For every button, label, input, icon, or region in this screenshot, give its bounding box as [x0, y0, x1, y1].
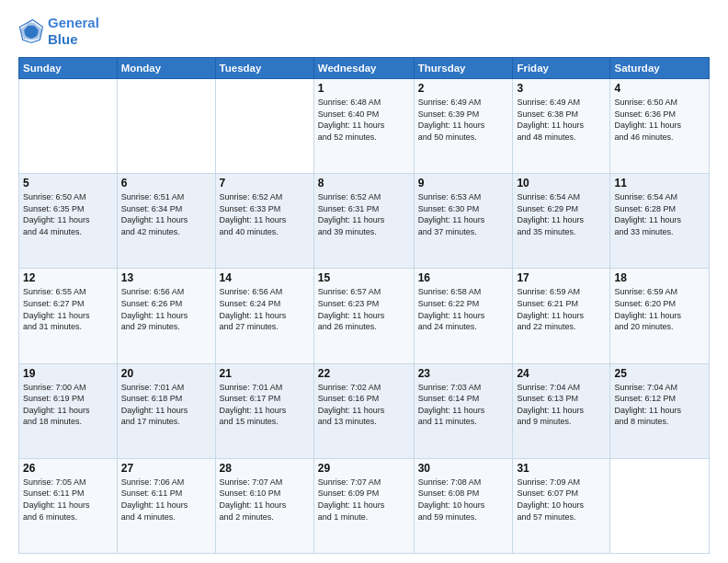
day-number: 9 [418, 177, 509, 190]
weekday-header-friday: Friday [513, 58, 610, 79]
weekday-header-row: SundayMondayTuesdayWednesdayThursdayFrid… [19, 58, 710, 79]
day-cell-31: 31Sunrise: 7:09 AM Sunset: 6:07 PM Dayli… [513, 458, 610, 553]
day-info: Sunrise: 6:54 AM Sunset: 6:28 PM Dayligh… [614, 191, 705, 237]
day-cell-28: 28Sunrise: 7:07 AM Sunset: 6:10 PM Dayli… [215, 458, 313, 553]
day-cell-18: 18Sunrise: 6:59 AM Sunset: 6:20 PM Dayli… [610, 269, 710, 363]
empty-cell [19, 79, 118, 174]
day-info: Sunrise: 6:59 AM Sunset: 6:21 PM Dayligh… [517, 286, 606, 332]
day-info: Sunrise: 6:52 AM Sunset: 6:33 PM Dayligh… [220, 191, 310, 237]
week-row-4: 19Sunrise: 7:00 AM Sunset: 6:19 PM Dayli… [19, 363, 710, 458]
day-number: 4 [614, 82, 705, 95]
empty-cell [215, 79, 313, 174]
day-number: 30 [418, 462, 509, 475]
day-number: 24 [517, 367, 606, 380]
day-info: Sunrise: 6:51 AM Sunset: 6:34 PM Dayligh… [121, 191, 211, 237]
week-row-2: 5Sunrise: 6:50 AM Sunset: 6:35 PM Daylig… [19, 174, 710, 269]
week-row-3: 12Sunrise: 6:55 AM Sunset: 6:27 PM Dayli… [19, 269, 710, 363]
header: GeneralBlue [18, 15, 710, 48]
week-row-1: 1Sunrise: 6:48 AM Sunset: 6:40 PM Daylig… [19, 79, 710, 174]
day-info: Sunrise: 6:53 AM Sunset: 6:30 PM Dayligh… [418, 191, 509, 237]
day-info: Sunrise: 7:07 AM Sunset: 6:10 PM Dayligh… [220, 477, 310, 523]
day-cell-15: 15Sunrise: 6:57 AM Sunset: 6:23 PM Dayli… [313, 269, 414, 363]
day-number: 29 [318, 462, 410, 475]
day-number: 15 [318, 271, 410, 284]
day-number: 13 [121, 271, 211, 284]
day-number: 1 [318, 82, 410, 95]
day-number: 5 [23, 177, 113, 190]
day-cell-2: 2Sunrise: 6:49 AM Sunset: 6:39 PM Daylig… [414, 79, 513, 174]
day-info: Sunrise: 7:04 AM Sunset: 6:12 PM Dayligh… [614, 382, 705, 428]
day-info: Sunrise: 6:48 AM Sunset: 6:40 PM Dayligh… [318, 97, 410, 143]
day-cell-3: 3Sunrise: 6:49 AM Sunset: 6:38 PM Daylig… [513, 79, 610, 174]
day-number: 17 [517, 271, 606, 284]
day-info: Sunrise: 7:01 AM Sunset: 6:18 PM Dayligh… [121, 382, 211, 428]
day-number: 20 [121, 367, 211, 380]
empty-cell [117, 79, 215, 174]
day-info: Sunrise: 6:49 AM Sunset: 6:38 PM Dayligh… [517, 97, 606, 143]
day-info: Sunrise: 6:49 AM Sunset: 6:39 PM Dayligh… [418, 97, 509, 143]
day-cell-10: 10Sunrise: 6:54 AM Sunset: 6:29 PM Dayli… [513, 174, 610, 269]
day-cell-30: 30Sunrise: 7:08 AM Sunset: 6:08 PM Dayli… [414, 458, 513, 553]
calendar-page: GeneralBlue SundayMondayTuesdayWednesday… [0, 0, 728, 563]
day-info: Sunrise: 7:02 AM Sunset: 6:16 PM Dayligh… [318, 382, 410, 428]
day-info: Sunrise: 7:00 AM Sunset: 6:19 PM Dayligh… [23, 382, 113, 428]
day-info: Sunrise: 6:59 AM Sunset: 6:20 PM Dayligh… [614, 286, 705, 332]
day-cell-12: 12Sunrise: 6:55 AM Sunset: 6:27 PM Dayli… [19, 269, 118, 363]
day-cell-8: 8Sunrise: 6:52 AM Sunset: 6:31 PM Daylig… [313, 174, 414, 269]
day-info: Sunrise: 6:54 AM Sunset: 6:29 PM Dayligh… [517, 191, 606, 237]
day-cell-6: 6Sunrise: 6:51 AM Sunset: 6:34 PM Daylig… [117, 174, 215, 269]
day-cell-5: 5Sunrise: 6:50 AM Sunset: 6:35 PM Daylig… [19, 174, 118, 269]
day-cell-21: 21Sunrise: 7:01 AM Sunset: 6:17 PM Dayli… [215, 363, 313, 458]
day-number: 11 [614, 177, 705, 190]
day-number: 28 [220, 462, 310, 475]
day-number: 7 [220, 177, 310, 190]
week-row-5: 26Sunrise: 7:05 AM Sunset: 6:11 PM Dayli… [19, 458, 710, 553]
day-number: 23 [418, 367, 509, 380]
day-info: Sunrise: 7:05 AM Sunset: 6:11 PM Dayligh… [23, 477, 113, 523]
day-number: 6 [121, 177, 211, 190]
day-number: 12 [23, 271, 113, 284]
day-number: 26 [23, 462, 113, 475]
day-number: 19 [23, 367, 113, 380]
day-info: Sunrise: 7:07 AM Sunset: 6:09 PM Dayligh… [318, 477, 410, 523]
day-cell-13: 13Sunrise: 6:56 AM Sunset: 6:26 PM Dayli… [117, 269, 215, 363]
day-cell-25: 25Sunrise: 7:04 AM Sunset: 6:12 PM Dayli… [610, 363, 710, 458]
day-number: 31 [517, 462, 606, 475]
day-number: 27 [121, 462, 211, 475]
day-number: 14 [220, 271, 310, 284]
day-cell-16: 16Sunrise: 6:58 AM Sunset: 6:22 PM Dayli… [414, 269, 513, 363]
day-number: 18 [614, 271, 705, 284]
day-cell-11: 11Sunrise: 6:54 AM Sunset: 6:28 PM Dayli… [610, 174, 710, 269]
weekday-header-wednesday: Wednesday [313, 58, 414, 79]
logo: GeneralBlue [18, 15, 99, 48]
day-number: 16 [418, 271, 509, 284]
day-info: Sunrise: 6:56 AM Sunset: 6:26 PM Dayligh… [121, 286, 211, 332]
day-info: Sunrise: 6:50 AM Sunset: 6:36 PM Dayligh… [614, 97, 705, 143]
day-cell-26: 26Sunrise: 7:05 AM Sunset: 6:11 PM Dayli… [19, 458, 118, 553]
weekday-header-tuesday: Tuesday [215, 58, 313, 79]
day-number: 21 [220, 367, 310, 380]
calendar-table: SundayMondayTuesdayWednesdayThursdayFrid… [18, 57, 710, 554]
day-cell-23: 23Sunrise: 7:03 AM Sunset: 6:14 PM Dayli… [414, 363, 513, 458]
day-info: Sunrise: 7:01 AM Sunset: 6:17 PM Dayligh… [220, 382, 310, 428]
day-cell-1: 1Sunrise: 6:48 AM Sunset: 6:40 PM Daylig… [313, 79, 414, 174]
day-cell-19: 19Sunrise: 7:00 AM Sunset: 6:19 PM Dayli… [19, 363, 118, 458]
weekday-header-thursday: Thursday [414, 58, 513, 79]
day-info: Sunrise: 6:58 AM Sunset: 6:22 PM Dayligh… [418, 286, 509, 332]
day-number: 2 [418, 82, 509, 95]
day-info: Sunrise: 7:04 AM Sunset: 6:13 PM Dayligh… [517, 382, 606, 428]
day-info: Sunrise: 6:56 AM Sunset: 6:24 PM Dayligh… [220, 286, 310, 332]
day-cell-20: 20Sunrise: 7:01 AM Sunset: 6:18 PM Dayli… [117, 363, 215, 458]
day-number: 8 [318, 177, 410, 190]
day-info: Sunrise: 7:06 AM Sunset: 6:11 PM Dayligh… [121, 477, 211, 523]
day-cell-27: 27Sunrise: 7:06 AM Sunset: 6:11 PM Dayli… [117, 458, 215, 553]
day-cell-9: 9Sunrise: 6:53 AM Sunset: 6:30 PM Daylig… [414, 174, 513, 269]
day-info: Sunrise: 7:03 AM Sunset: 6:14 PM Dayligh… [418, 382, 509, 428]
day-cell-17: 17Sunrise: 6:59 AM Sunset: 6:21 PM Dayli… [513, 269, 610, 363]
empty-cell [610, 458, 710, 553]
day-info: Sunrise: 6:52 AM Sunset: 6:31 PM Dayligh… [318, 191, 410, 237]
day-number: 3 [517, 82, 606, 95]
day-number: 10 [517, 177, 606, 190]
day-cell-24: 24Sunrise: 7:04 AM Sunset: 6:13 PM Dayli… [513, 363, 610, 458]
day-info: Sunrise: 6:57 AM Sunset: 6:23 PM Dayligh… [318, 286, 410, 332]
